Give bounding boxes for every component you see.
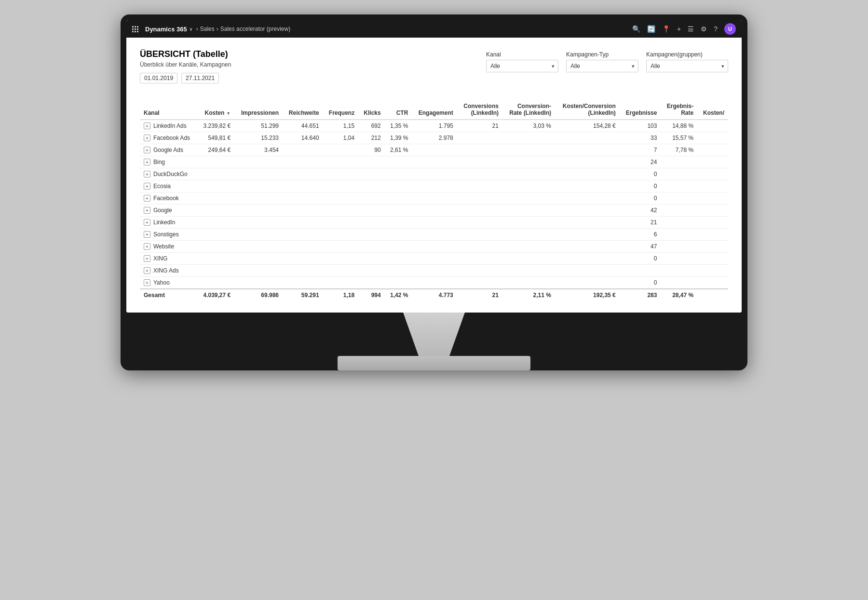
- cell-impressionen: [234, 168, 283, 180]
- cell-conversions_li: [457, 229, 502, 241]
- app-grid-icon[interactable]: [132, 26, 138, 32]
- expand-button[interactable]: +: [144, 123, 150, 129]
- cell-ergebnisse: 24: [620, 156, 661, 168]
- channel-name: Website: [153, 243, 174, 250]
- cell-conversion_rate_li: [502, 253, 555, 265]
- expand-button[interactable]: +: [144, 231, 150, 238]
- channel-name: Yahoo: [153, 279, 170, 286]
- cell-conversions_li: 21: [457, 120, 502, 132]
- cell-kosten: [197, 192, 234, 205]
- expand-button[interactable]: +: [144, 207, 150, 214]
- cell-ergebnisse: 7: [620, 144, 661, 156]
- cell-reichweite: [283, 217, 323, 229]
- filter-icon[interactable]: ☰: [688, 25, 694, 33]
- col-header-engagement[interactable]: Engagement: [412, 100, 457, 120]
- cell-kosten_ergebnis: [697, 265, 728, 277]
- cell-kosten: [197, 253, 234, 265]
- cell-ergebnis_rate: [661, 168, 697, 180]
- cell-kosten_conversion_li: [555, 192, 620, 205]
- refresh-icon[interactable]: 🔄: [647, 25, 655, 33]
- add-icon[interactable]: +: [677, 25, 681, 33]
- expand-button[interactable]: +: [144, 255, 150, 262]
- col-header-frequenz[interactable]: Frequenz: [323, 100, 359, 120]
- channel-name: Sonstiges: [153, 231, 179, 238]
- location-icon[interactable]: 📍: [662, 25, 670, 33]
- expand-button[interactable]: +: [144, 267, 150, 274]
- cell-ergebnis_rate: [661, 217, 697, 229]
- expand-button[interactable]: +: [144, 147, 150, 153]
- cell-impressionen: [234, 241, 283, 253]
- expand-button[interactable]: +: [144, 279, 150, 286]
- cell-kosten: [197, 156, 234, 168]
- channel-name: Bing: [153, 159, 165, 165]
- expand-button[interactable]: +: [144, 195, 150, 202]
- date-from[interactable]: 01.01.2019: [140, 73, 177, 83]
- cell-conversions_li: [457, 156, 502, 168]
- cell-klicks: [358, 241, 385, 253]
- expand-button[interactable]: +: [144, 219, 150, 226]
- table-row: + Facebook 0: [140, 192, 728, 205]
- col-header-klicks[interactable]: Klicks: [358, 100, 385, 120]
- cell-klicks: [358, 229, 385, 241]
- brand-logo[interactable]: Dynamics 365 ∨: [145, 26, 192, 33]
- cell-kosten_conversion_li: [555, 277, 620, 289]
- col-header-reichweite[interactable]: Reichweite: [283, 100, 323, 120]
- expand-button[interactable]: +: [144, 171, 150, 177]
- cell-kosten_conversion_li: [555, 156, 620, 168]
- cell-conversions_li: [457, 217, 502, 229]
- filter-kampagnen-typ-select[interactable]: Alle: [566, 60, 638, 72]
- cell-kosten_ergebnis: [697, 217, 728, 229]
- total-cell-klicks: 994: [358, 289, 385, 301]
- col-header-kosten[interactable]: Kosten▼: [197, 100, 234, 120]
- cell-kosten_conversion_li: [555, 168, 620, 180]
- date-to[interactable]: 27.11.2021: [181, 73, 219, 83]
- expand-button[interactable]: +: [144, 183, 150, 190]
- filter-kampagnen-typ: Kampagnen-Typ Alle: [566, 51, 638, 72]
- col-header-conversions-li[interactable]: Conversions(LinkedIn): [457, 100, 502, 120]
- settings-icon[interactable]: ⚙: [701, 25, 707, 33]
- cell-engagement: [412, 253, 457, 265]
- cell-conversion_rate_li: [502, 277, 555, 289]
- breadcrumb-accelerator[interactable]: Sales accelerator (preview): [220, 26, 290, 32]
- monitor-screen: Dynamics 365 ∨ › Sales › Sales accelerat…: [126, 20, 742, 313]
- col-header-ergebnisse[interactable]: Ergebnisse: [620, 100, 661, 120]
- cell-conversion_rate_li: [502, 168, 555, 180]
- cell-conversion_rate_li: [502, 229, 555, 241]
- cell-ctr: 2,61 %: [385, 144, 412, 156]
- channel-name: LinkedIn: [153, 219, 175, 226]
- cell-kosten_ergebnis: [697, 205, 728, 217]
- cell-ctr: [385, 253, 412, 265]
- cell-ergebnis_rate: [661, 253, 697, 265]
- expand-button[interactable]: +: [144, 243, 150, 250]
- cell-ctr: [385, 205, 412, 217]
- filter-kampagnen-gruppen: Kampagnen(gruppen) Alle: [646, 51, 728, 72]
- col-header-kosten-ergebnis[interactable]: Kosten/: [697, 100, 728, 120]
- cell-reichweite: [283, 277, 323, 289]
- cell-kosten_ergebnis: [697, 144, 728, 156]
- col-header-conversion-rate-li[interactable]: Conversion-Rate (LinkedIn): [502, 100, 555, 120]
- cell-ergebnis_rate: [661, 180, 697, 192]
- expand-button[interactable]: +: [144, 135, 150, 141]
- total-cell-impressionen: 69.986: [234, 289, 283, 301]
- help-icon[interactable]: ?: [714, 25, 718, 33]
- total-cell-kanal: Gesamt: [140, 289, 197, 301]
- col-header-impressionen[interactable]: Impressionen: [234, 100, 283, 120]
- col-header-kosten-conversion-li[interactable]: Kosten/Conversion(LinkedIn): [555, 100, 620, 120]
- filter-kanal-select[interactable]: Alle: [486, 60, 558, 72]
- breadcrumb-sales[interactable]: Sales: [200, 26, 215, 32]
- cell-reichweite: [283, 253, 323, 265]
- filter-kampagnen-gruppen-select[interactable]: Alle: [646, 60, 728, 72]
- col-header-ergebnis-rate[interactable]: Ergebnis-Rate: [661, 100, 697, 120]
- cell-reichweite: [283, 205, 323, 217]
- cell-klicks: [358, 180, 385, 192]
- search-icon[interactable]: 🔍: [632, 25, 640, 33]
- total-cell-conversions_li: 21: [457, 289, 502, 301]
- cell-kosten_ergebnis: [697, 168, 728, 180]
- expand-button[interactable]: +: [144, 159, 150, 165]
- total-cell-engagement: 4.773: [412, 289, 457, 301]
- channel-cell: + Yahoo: [144, 279, 193, 286]
- cell-frequenz: [323, 217, 359, 229]
- col-header-ctr[interactable]: CTR: [385, 100, 412, 120]
- cell-kosten: 549,81 €: [197, 132, 234, 144]
- user-avatar[interactable]: U: [724, 23, 736, 35]
